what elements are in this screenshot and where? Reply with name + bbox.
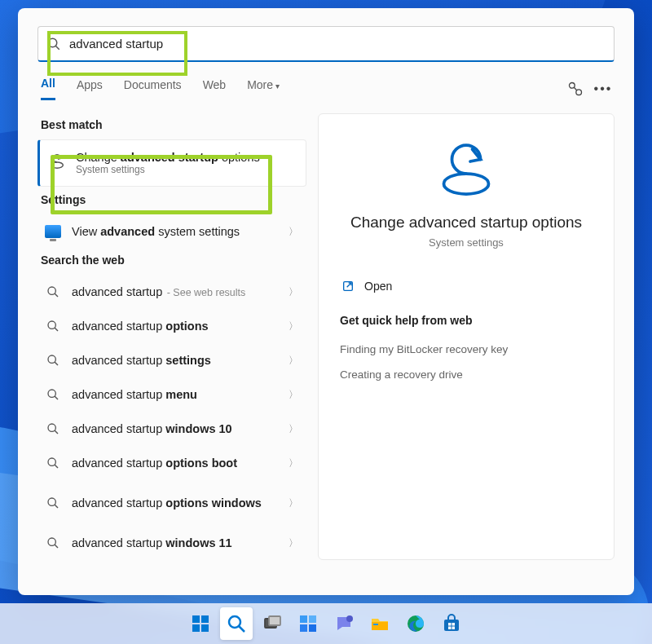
svg-point-4 [51, 162, 64, 168]
svg-point-11 [48, 390, 55, 397]
search-icon [44, 285, 62, 298]
quick-help-link[interactable]: Finding my BitLocker recovery key [338, 337, 594, 362]
search-icon [44, 388, 62, 401]
web-result[interactable]: advanced startup options〉 [37, 309, 306, 343]
web-result-text: advanced startup menu [72, 388, 289, 401]
recovery-large-icon [434, 137, 499, 202]
svg-rect-25 [192, 624, 200, 632]
search-icon [44, 320, 62, 333]
web-section-label: Search the web [41, 254, 306, 267]
web-result[interactable]: advanced startup options windows〉 [37, 480, 306, 526]
web-result[interactable]: advanced startup options boot〉 [37, 446, 306, 480]
svg-rect-40 [448, 623, 452, 626]
svg-rect-26 [201, 624, 209, 632]
svg-point-21 [444, 174, 489, 194]
svg-rect-24 [201, 615, 209, 623]
svg-line-18 [55, 505, 58, 508]
svg-rect-34 [309, 624, 316, 632]
svg-rect-30 [269, 616, 280, 625]
svg-line-16 [55, 465, 58, 468]
svg-point-13 [48, 424, 55, 431]
web-result[interactable]: advanced startup - See web results〉 [37, 275, 306, 309]
search-panel: All Apps Documents Web More▾ ••• Best ma… [18, 8, 634, 595]
svg-line-28 [239, 626, 244, 632]
taskbar-search-button[interactable] [220, 607, 253, 640]
svg-point-9 [48, 355, 55, 363]
more-options-icon[interactable]: ••• [595, 81, 611, 97]
search-input[interactable] [69, 37, 606, 51]
svg-rect-41 [452, 623, 456, 626]
best-match-result[interactable]: Change advanced startup options System s… [37, 139, 306, 187]
svg-rect-42 [448, 627, 452, 630]
chevron-right-icon: 〉 [289, 320, 298, 333]
chevron-right-icon: 〉 [289, 496, 298, 510]
preview-title: Change advanced startup options [338, 214, 594, 232]
svg-rect-43 [452, 627, 456, 630]
widgets-button[interactable] [292, 607, 324, 640]
quick-help-link[interactable]: Creating a recovery drive [338, 362, 594, 387]
chevron-right-icon: 〉 [289, 422, 298, 436]
web-result-text: advanced startup - See web results [72, 285, 289, 298]
filter-tabs: All Apps Documents Web More▾ ••• [41, 77, 611, 100]
tab-apps[interactable]: Apps [77, 78, 103, 99]
chevron-down-icon: ▾ [275, 82, 280, 90]
svg-rect-31 [300, 615, 307, 623]
chat-button[interactable] [328, 607, 360, 640]
web-result-text: advanced startup options [72, 320, 289, 333]
search-icon [44, 354, 62, 367]
svg-point-17 [48, 498, 55, 505]
tab-documents[interactable]: Documents [124, 78, 182, 99]
store-button[interactable] [435, 607, 468, 640]
tab-web[interactable]: Web [203, 78, 227, 99]
web-result[interactable]: advanced startup windows 11〉 [37, 526, 306, 560]
tab-more[interactable]: More▾ [247, 78, 280, 99]
svg-line-14 [55, 430, 58, 434]
start-button[interactable] [184, 607, 217, 640]
search-box[interactable] [37, 26, 615, 62]
settings-result[interactable]: View advanced system settings 〉 [37, 214, 306, 249]
svg-point-15 [48, 458, 55, 465]
svg-line-8 [55, 328, 58, 331]
file-explorer-button[interactable] [363, 607, 396, 640]
web-result[interactable]: advanced startup windows 10〉 [37, 412, 306, 446]
edge-button[interactable] [399, 607, 432, 640]
svg-point-35 [346, 615, 353, 622]
search-icon [44, 536, 62, 549]
recovery-icon [48, 152, 66, 174]
settings-section-label: Settings [41, 193, 306, 206]
open-label: Open [364, 280, 392, 293]
svg-point-3 [576, 89, 582, 95]
search-icon [44, 457, 62, 470]
search-icon [46, 37, 61, 51]
svg-rect-33 [300, 624, 307, 632]
chevron-right-icon: 〉 [289, 285, 298, 299]
svg-rect-23 [192, 615, 200, 623]
task-view-button[interactable] [256, 607, 289, 640]
search-scope-icon[interactable] [567, 81, 584, 97]
preview-pane: Change advanced startup options System s… [318, 113, 615, 560]
chevron-right-icon: 〉 [289, 354, 298, 368]
svg-line-1 [55, 46, 59, 50]
best-match-subtitle: System settings [76, 164, 260, 175]
chevron-right-icon: 〉 [289, 225, 298, 239]
web-result[interactable]: advanced startup settings〉 [37, 343, 306, 377]
svg-point-19 [48, 538, 55, 545]
chevron-right-icon: 〉 [289, 388, 298, 402]
svg-rect-37 [373, 624, 378, 625]
open-button[interactable]: Open [338, 273, 594, 299]
tab-all[interactable]: All [41, 77, 55, 100]
svg-rect-39 [444, 620, 459, 631]
chevron-right-icon: 〉 [289, 536, 298, 550]
best-match-label: Best match [41, 118, 306, 131]
svg-point-2 [570, 82, 575, 88]
svg-point-27 [229, 616, 240, 628]
search-icon [44, 422, 62, 435]
web-result-text: advanced startup windows 10 [72, 422, 289, 435]
svg-point-7 [48, 321, 55, 329]
svg-rect-32 [309, 615, 316, 623]
web-result-text: advanced startup windows 11 [72, 536, 289, 549]
web-result-text: advanced startup settings [72, 354, 289, 367]
taskbar [0, 603, 652, 644]
svg-line-12 [55, 396, 58, 399]
web-result[interactable]: advanced startup menu〉 [37, 377, 306, 412]
